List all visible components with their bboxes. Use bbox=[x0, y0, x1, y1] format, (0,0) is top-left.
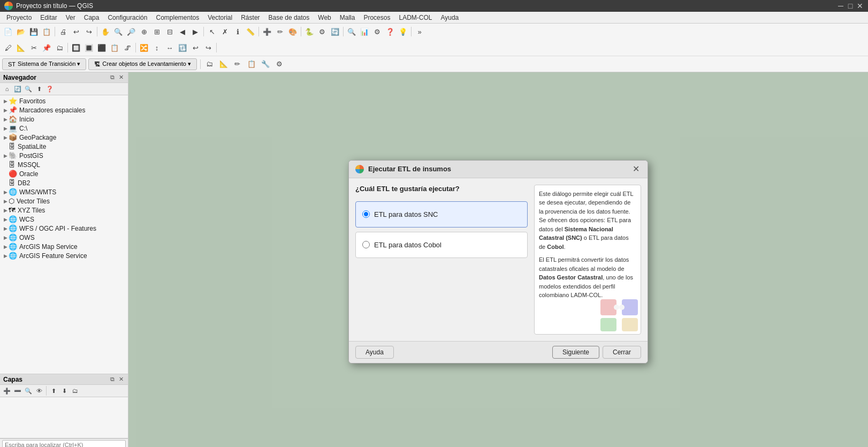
tree-item-mssql[interactable]: 🗄 MSSQL bbox=[0, 160, 128, 169]
tree-item-arcgis-feature[interactable]: ▶ 🌐 ArcGIS Feature Service bbox=[0, 251, 128, 260]
tree-item-ows[interactable]: ▶ 🌐 OWS bbox=[0, 233, 128, 242]
refresh-button[interactable]: 🔄 bbox=[329, 26, 341, 37]
capas-up-button[interactable]: ⬆ bbox=[49, 386, 58, 396]
tree-item-vector-tiles[interactable]: ▶ ⬡ Vector Tiles bbox=[0, 196, 128, 206]
measure-button[interactable]: 📏 bbox=[245, 26, 256, 37]
capas-add-button[interactable]: ➕ bbox=[2, 386, 12, 396]
select-button[interactable]: ↖ bbox=[206, 26, 218, 37]
siguiente-button[interactable]: Siguiente bbox=[552, 346, 599, 359]
tb2-15[interactable]: ↩ bbox=[189, 42, 201, 54]
tb2-11[interactable]: 🔀 bbox=[138, 42, 150, 54]
plugin-btn-5[interactable]: 🔧 bbox=[260, 58, 271, 70]
ayuda-button[interactable]: Ayuda bbox=[355, 346, 394, 359]
deselect-button[interactable]: ✗ bbox=[219, 26, 231, 37]
processing-button[interactable]: ⚙ bbox=[316, 26, 328, 37]
nav-refresh-button[interactable]: 🔄 bbox=[13, 84, 22, 94]
print-button[interactable]: 🖨 bbox=[57, 26, 69, 37]
maximize-button[interactable]: □ bbox=[847, 2, 854, 10]
dialog-close-x-button[interactable]: ✕ bbox=[630, 164, 641, 175]
zoom-out-button[interactable]: 🔎 bbox=[125, 26, 137, 37]
more-button[interactable]: » bbox=[414, 26, 425, 37]
tree-item-wfs[interactable]: ▶ 🌐 WFS / OGC API - Features bbox=[0, 224, 128, 233]
tree-item-oracle[interactable]: 🔴 Oracle bbox=[0, 169, 128, 178]
capas-undock-button[interactable]: ⧉ bbox=[109, 376, 116, 383]
search-input[interactable] bbox=[2, 440, 126, 447]
tb2-1[interactable]: 🖊 bbox=[2, 42, 14, 54]
tree-item-xyz[interactable]: ▶ 🗺 XYZ Tiles bbox=[0, 206, 128, 215]
redo-button[interactable]: ↪ bbox=[83, 26, 95, 37]
plugin-btn-4[interactable]: 📋 bbox=[246, 58, 257, 70]
tree-item-arcgis-map[interactable]: ▶ 🌐 ArcGIS Map Service bbox=[0, 242, 128, 251]
menu-ladm-col[interactable]: LADM-COL bbox=[394, 13, 436, 22]
navigator-close-button[interactable]: ✕ bbox=[117, 74, 125, 81]
menu-capa[interactable]: Capa bbox=[80, 13, 104, 22]
plugin-btn-6[interactable]: ⚙ bbox=[273, 58, 285, 70]
capas-group-button[interactable]: 🗂 bbox=[70, 386, 80, 396]
tb2-16[interactable]: ↪ bbox=[202, 42, 214, 54]
etl-cobol-option[interactable]: ETL para datos Cobol bbox=[355, 232, 528, 258]
tree-item-postgis[interactable]: ▶ 🐘 PostGIS bbox=[0, 151, 128, 160]
plugin-btn-1[interactable]: 🗂 bbox=[204, 58, 216, 70]
minimize-button[interactable]: ─ bbox=[837, 2, 844, 10]
nav-props-button[interactable]: ❓ bbox=[45, 84, 55, 94]
capas-close-button[interactable]: ✕ bbox=[117, 376, 125, 383]
tree-item-inicio[interactable]: ▶ 🏠 Inicio bbox=[0, 115, 128, 124]
tb2-10[interactable]: 🖇 bbox=[121, 42, 133, 54]
menu-procesos[interactable]: Procesos bbox=[359, 13, 394, 22]
identify-button[interactable]: ℹ bbox=[232, 26, 243, 37]
etl-cobol-radio[interactable] bbox=[362, 241, 370, 248]
zoom-prev-button[interactable]: ◀ bbox=[177, 26, 188, 37]
menu-configuracion[interactable]: Configuración bbox=[103, 13, 151, 22]
menu-raster[interactable]: Ráster bbox=[237, 13, 264, 22]
help-btn[interactable]: ❓ bbox=[384, 26, 396, 37]
tb2-9[interactable]: 📋 bbox=[109, 42, 120, 54]
tb2-12[interactable]: ↕ bbox=[151, 42, 163, 54]
tree-item-c[interactable]: ▶ 💻 C:\ bbox=[0, 124, 128, 133]
undo-button[interactable]: ↩ bbox=[70, 26, 82, 37]
save-project-button[interactable]: 💾 bbox=[28, 26, 40, 37]
plugin-btn-3[interactable]: ✏ bbox=[232, 58, 243, 70]
atlas-btn[interactable]: 📊 bbox=[359, 26, 370, 37]
tb2-4[interactable]: 📌 bbox=[41, 42, 52, 54]
capas-toggle-button[interactable]: 👁 bbox=[34, 386, 44, 396]
menu-vectorial[interactable]: Vectorial bbox=[203, 13, 237, 22]
digitize-button[interactable]: ✏ bbox=[274, 26, 286, 37]
sistema-transicion-button[interactable]: ST Sistema de Transición ▾ bbox=[2, 58, 86, 70]
title-bar-controls[interactable]: ─ □ ✕ bbox=[837, 2, 864, 10]
tree-item-marcadores[interactable]: ▶ 📌 Marcadores espaciales bbox=[0, 105, 128, 115]
tb2-5[interactable]: 🗂 bbox=[54, 42, 65, 54]
capas-down-button[interactable]: ⬇ bbox=[59, 386, 69, 396]
menu-ayuda[interactable]: Ayuda bbox=[436, 13, 463, 22]
etl-snc-radio[interactable] bbox=[362, 210, 370, 218]
nav-filter-button[interactable]: 🔍 bbox=[24, 84, 33, 94]
menu-ver[interactable]: Ver bbox=[62, 13, 80, 22]
navigator-undock-button[interactable]: ⧉ bbox=[109, 74, 116, 81]
capas-remove-button[interactable]: ➖ bbox=[13, 386, 22, 396]
pan-button[interactable]: ✋ bbox=[100, 26, 111, 37]
zoom-layer-button[interactable]: ⊞ bbox=[151, 26, 163, 37]
style-button[interactable]: 🎨 bbox=[287, 26, 299, 37]
tb2-6[interactable]: 🔲 bbox=[70, 42, 82, 54]
new-project-button[interactable]: 📄 bbox=[2, 26, 14, 37]
tree-item-geopackage[interactable]: ▶ 📦 GeoPackage bbox=[0, 133, 128, 142]
cerrar-button[interactable]: Cerrar bbox=[603, 346, 641, 359]
menu-malla[interactable]: Malla bbox=[336, 13, 360, 22]
tb2-2[interactable]: 📐 bbox=[15, 42, 27, 54]
save-as-button[interactable]: 📋 bbox=[41, 26, 52, 37]
zoom-next-button[interactable]: ▶ bbox=[189, 26, 201, 37]
menu-proyecto[interactable]: Proyecto bbox=[2, 13, 36, 22]
tips-btn[interactable]: 💡 bbox=[397, 26, 409, 37]
python-button[interactable]: 🐍 bbox=[303, 26, 315, 37]
tb2-7[interactable]: 🔳 bbox=[83, 42, 95, 54]
plugin-btn-2[interactable]: 📐 bbox=[218, 58, 230, 70]
zoom-full-button[interactable]: ⊕ bbox=[138, 26, 150, 37]
menu-complementos[interactable]: Complementos bbox=[151, 13, 203, 22]
close-window-button[interactable]: ✕ bbox=[856, 2, 864, 10]
etl-snc-option[interactable]: ETL para datos SNC bbox=[355, 201, 528, 228]
nav-home-button[interactable]: ⌂ bbox=[2, 84, 12, 94]
menu-editar[interactable]: Editar bbox=[36, 13, 61, 22]
open-project-button[interactable]: 📂 bbox=[15, 26, 27, 37]
add-layer-button[interactable]: ➕ bbox=[261, 26, 273, 37]
crear-objetos-button[interactable]: 🏗 Crear objetos de Levantamiento ▾ bbox=[88, 58, 197, 70]
nav-collapse-button[interactable]: ⬆ bbox=[34, 84, 44, 94]
